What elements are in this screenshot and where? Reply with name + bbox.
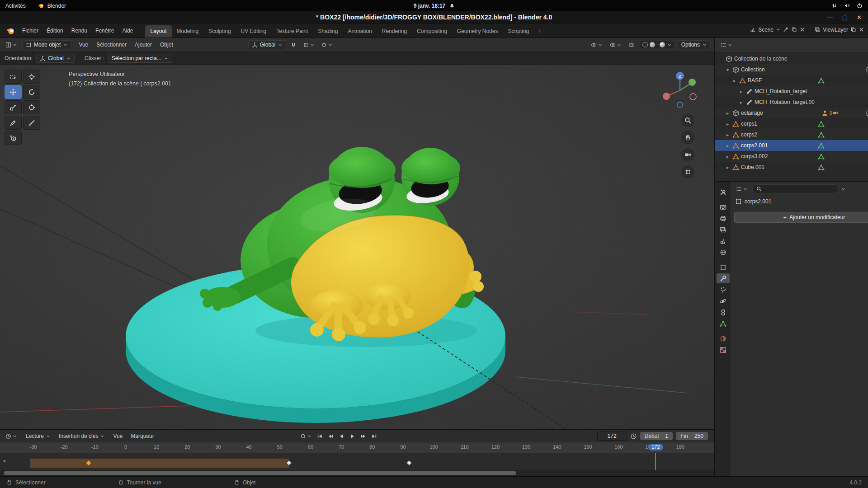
drag-setting-select[interactable]: Sélection par recta... — [108, 54, 172, 63]
outliner-row-mch-rotation-target.00[interactable]: ▸MCH_Rotation_target.00 — [715, 97, 868, 108]
preview-range-clock-icon[interactable] — [630, 433, 637, 440]
properties-tab-render[interactable] — [717, 202, 730, 212]
properties-tab-wrench[interactable] — [717, 273, 730, 283]
expander-icon[interactable]: ▸ — [725, 122, 731, 127]
playhead-line[interactable] — [655, 453, 656, 470]
properties-tab-material[interactable] — [717, 333, 730, 343]
add-modifier-button[interactable]: + Ajouter un modificateur — [734, 212, 868, 223]
snap-settings[interactable] — [301, 41, 316, 49]
properties-tab-images[interactable] — [717, 225, 730, 235]
timeline-menu-vue[interactable]: Vue — [109, 431, 127, 441]
properties-tab-texture[interactable] — [717, 345, 730, 355]
outliner-row-corps2.001[interactable]: ▸corps2.001 — [715, 140, 868, 151]
menu-fen-tre[interactable]: Fenêtre — [91, 26, 118, 36]
timeline-menu-marqueur[interactable]: Marqueur — [127, 431, 158, 441]
frame-start-field[interactable]: Début 1 — [640, 432, 673, 440]
shading-solid-button[interactable] — [650, 42, 655, 47]
camera-view-button[interactable] — [681, 148, 694, 161]
tool-rotate-button[interactable] — [23, 85, 40, 99]
menu--dition[interactable]: Édition — [42, 26, 67, 36]
timeline-tracks[interactable]: ▸ — [0, 453, 714, 470]
scrollbar-handle[interactable] — [4, 471, 516, 475]
timeline-menu-lecture[interactable]: Lecture — [22, 431, 55, 441]
viewport-3d[interactable]: Perspective Utilisateur (172) Collection… — [0, 65, 714, 429]
mode-select[interactable]: Mode objet — [22, 40, 71, 49]
workspace-tab-uv-editing[interactable]: UV Editing — [236, 25, 272, 38]
checkbox-icon[interactable] — [866, 66, 868, 73]
viewport-menu-s-lectionner[interactable]: Sélectionner — [92, 40, 131, 50]
properties-tab-particles[interactable] — [717, 285, 730, 295]
workspace-tab-rendering[interactable]: Rendering — [377, 25, 412, 38]
properties-tab-globe[interactable] — [717, 247, 730, 257]
close-button[interactable]: ✕ — [857, 14, 862, 21]
viewport-menu-ajouter[interactable]: Ajouter — [131, 40, 156, 50]
orientation-setting-select[interactable]: Global — [36, 54, 75, 63]
proportional-editing-toggle[interactable] — [319, 41, 335, 49]
outliner-row-corps3.002[interactable]: ▸corps3.002 — [715, 151, 868, 162]
properties-tab-physics[interactable] — [717, 296, 730, 306]
tool-scale-button[interactable] — [5, 100, 22, 114]
properties-tab-constraint[interactable] — [717, 307, 730, 317]
tool-selbox-button[interactable] — [5, 70, 22, 84]
menu-fichier[interactable]: Fichier — [18, 26, 42, 36]
viewport-menu-objet[interactable]: Objet — [156, 40, 177, 50]
workspace-tab-layout[interactable]: Layout — [145, 25, 171, 38]
options-dropdown[interactable]: Options — [678, 40, 711, 49]
overlays-dropdown[interactable] — [608, 41, 623, 49]
timeline-scrollbar[interactable] — [0, 470, 714, 476]
outliner-row-eclairage[interactable]: ▸eclairage3 — [715, 108, 868, 118]
outliner-row-corps2[interactable]: ▸corps2 — [715, 129, 868, 140]
expander-icon[interactable]: ▸ — [725, 165, 731, 170]
outliner-row-cube.001[interactable]: ▸Cube.001 — [715, 162, 868, 173]
current-frame-field[interactable]: 172 — [597, 432, 627, 441]
expander-icon[interactable]: ▾ — [725, 67, 731, 72]
expander-icon[interactable]: ▸ — [725, 143, 731, 148]
pan-button[interactable] — [681, 131, 694, 144]
properties-tab-scenec[interactable] — [717, 236, 730, 246]
tool-cursor3d-button[interactable] — [23, 70, 40, 84]
ortho-toggle-button[interactable] — [681, 165, 694, 178]
channel-expander-icon[interactable]: ▸ — [4, 458, 6, 464]
checkbox-icon[interactable] — [866, 110, 868, 117]
editor-type-button[interactable] — [4, 41, 19, 49]
expander-icon[interactable]: ▸ — [725, 154, 731, 159]
menu-aide[interactable]: Aide — [118, 26, 137, 36]
delete-scene-icon[interactable] — [799, 27, 805, 33]
auto-keying-toggle[interactable] — [298, 432, 314, 441]
timeline-ruler[interactable]: -30-20-100102030405060708090100110120130… — [0, 442, 714, 453]
tool-transform-button[interactable] — [23, 100, 40, 114]
viewlayer-selector[interactable]: ViewLayer — [815, 27, 864, 33]
timeline-editor-type-button[interactable] — [4, 432, 19, 441]
workspace-tab-texture-paint[interactable]: Texture Paint — [271, 25, 313, 38]
workspace-tab-animation[interactable]: Animation — [343, 25, 377, 38]
expander-icon[interactable]: ▸ — [738, 89, 744, 94]
properties-tab-objsq[interactable] — [717, 262, 730, 272]
xray-toggle[interactable] — [627, 41, 637, 49]
app-indicator[interactable]: Blender — [38, 2, 66, 9]
workspace-tab-+[interactable]: + — [534, 25, 544, 38]
new-scene-icon[interactable] — [791, 27, 797, 33]
timeline-menu-insertion-de-cl-s[interactable]: Insertion de clés — [55, 431, 109, 441]
system-tray[interactable] — [831, 3, 863, 9]
viewport-menu-vue[interactable]: Vue — [75, 40, 92, 50]
pin-icon[interactable] — [783, 27, 789, 33]
transport-skipL-button[interactable] — [315, 432, 325, 441]
shading-material-button[interactable] — [657, 44, 658, 45]
properties-editor-type-button[interactable] — [734, 185, 750, 193]
shading-rendered-button[interactable] — [660, 42, 665, 47]
properties-tab-tri[interactable] — [717, 319, 730, 328]
activities-button[interactable]: Activités — [5, 3, 26, 9]
workspace-tab-scripting[interactable]: Scripting — [503, 25, 534, 38]
tool-move-button[interactable] — [5, 85, 22, 99]
outliner-row-collection[interactable]: ▾Collection — [715, 64, 868, 75]
transport-keyR-button[interactable] — [359, 432, 368, 441]
tool-annotate-button[interactable] — [5, 116, 22, 130]
expander-icon[interactable]: ▸ — [731, 78, 737, 83]
workspace-tab-modeling[interactable]: Modeling — [172, 25, 204, 38]
keyframe-diamond[interactable] — [406, 460, 412, 466]
expander-icon[interactable]: ▸ — [725, 132, 731, 137]
outliner-row-base[interactable]: ▸BASE — [715, 75, 868, 86]
snap-toggle[interactable] — [289, 41, 298, 49]
navigation-gizmo[interactable]: Z — [661, 71, 699, 109]
scene-selector[interactable]: Scene — [750, 27, 805, 33]
